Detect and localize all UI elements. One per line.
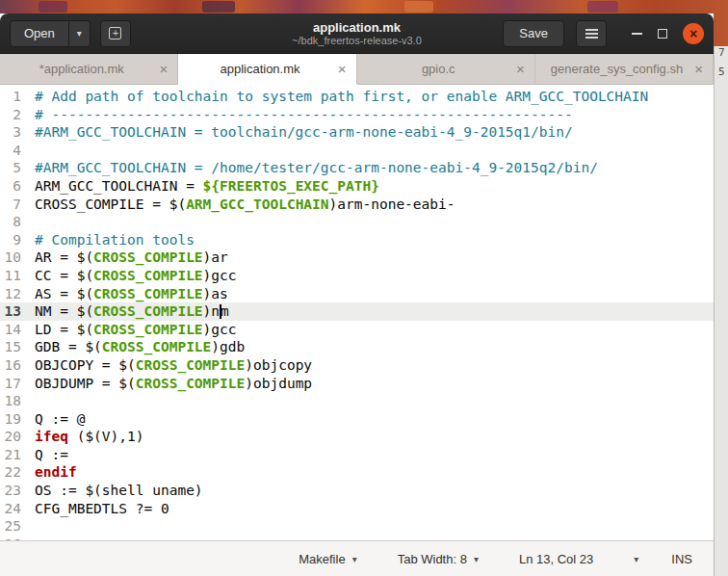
close-window-button[interactable]: ×	[683, 23, 704, 44]
desktop: 7 5 Open ▾ + application.mk ~/bdk_freert…	[0, 0, 728, 576]
code-line[interactable]: 19Q := @	[0, 410, 714, 429]
code-line[interactable]: 5#ARM_GCC_TOOLCHAIN = /home/tester/gcc-a…	[0, 159, 714, 177]
chevron-down-icon: ▾	[474, 554, 479, 564]
wallpaper-tile	[587, 1, 618, 13]
code-text: OS := $(shell uname)	[27, 482, 203, 500]
line-number: 24	[0, 500, 27, 518]
code-text: #ARM_GCC_TOOLCHAIN = toolchain/gcc-arm-n…	[27, 123, 573, 142]
goto-line-dropdown[interactable]: ▾	[634, 554, 638, 564]
code-text: AR = $(CROSS_COMPILE)ar	[27, 249, 228, 267]
code-text: # Compilation tools	[27, 231, 195, 249]
code-line[interactable]: 9# Compilation tools	[0, 231, 714, 249]
line-number: 18	[0, 392, 27, 410]
code-line[interactable]: 12AS = $(CROSS_COMPILE)as	[0, 285, 714, 303]
code-line[interactable]: 1# Add path of toolchain to system path …	[0, 88, 714, 106]
tab-generate-sys-config-sh[interactable]: generate_sys_config.sh ×	[535, 54, 714, 84]
code-line[interactable]: 22endif	[0, 463, 714, 482]
code-line[interactable]: 25	[0, 517, 714, 536]
line-number: 1	[0, 88, 27, 106]
line-number: 12	[0, 285, 27, 303]
line-number: 17	[0, 375, 27, 393]
code-line[interactable]: 14LD = $(CROSS_COMPILE)gcc	[0, 321, 714, 339]
line-number: 15	[0, 338, 27, 356]
new-document-button[interactable]: +	[100, 20, 131, 47]
wallpaper-tile	[202, 1, 235, 13]
line-number: 14	[0, 321, 27, 339]
minimize-button[interactable]	[632, 33, 642, 35]
close-tab-icon[interactable]: ×	[694, 62, 703, 76]
close-tab-icon[interactable]: ×	[159, 62, 168, 76]
tab-width-label: Tab Width: 8	[398, 552, 467, 566]
new-document-icon: +	[109, 27, 121, 39]
code-text: Q := @	[27, 410, 85, 429]
maximize-button[interactable]	[658, 29, 667, 39]
line-number: 21	[0, 446, 27, 464]
tab-width-selector[interactable]: Tab Width: 8 ▾	[398, 552, 479, 566]
code-line[interactable]: 24CFG_MBEDTLS ?= 0	[0, 500, 714, 518]
code-text: GDB = $(CROSS_COMPILE)gdb	[27, 338, 245, 356]
code-line[interactable]: 15GDB = $(CROSS_COMPILE)gdb	[0, 338, 714, 356]
code-line[interactable]: 6ARM_GCC_TOOLCHAIN = ${FREERTOS_EXEC_PAT…	[0, 177, 714, 196]
window-subtitle: ~/bdk_freertos-release-v3.0	[292, 35, 422, 47]
menu-button[interactable]	[576, 20, 607, 47]
open-split-button[interactable]: Open ▾	[10, 20, 91, 47]
headerbar[interactable]: Open ▾ + application.mk ~/bdk_freertos-r…	[0, 13, 714, 54]
line-number: 6	[0, 177, 27, 196]
gedit-window: Open ▾ + application.mk ~/bdk_freertos-r…	[0, 13, 714, 576]
text-editor-area[interactable]: 1# Add path of toolchain to system path …	[0, 85, 714, 540]
background-text: 7	[715, 46, 728, 59]
code-text: NM = $(CROSS_COMPILE)nm	[27, 302, 229, 321]
line-number: 25	[0, 517, 27, 536]
line-number: 2	[0, 106, 27, 124]
open-button[interactable]: Open	[11, 21, 68, 46]
code-line[interactable]: 7CROSS_COMPILE = $(ARM_GCC_TOOLCHAIN)arm…	[0, 196, 714, 214]
background-text: 5	[715, 65, 728, 78]
code-text: ifeq ($(V),1)	[27, 428, 144, 446]
code-text: endif	[27, 463, 77, 482]
language-label: Makefile	[299, 552, 345, 566]
hamburger-icon	[585, 33, 598, 35]
language-selector[interactable]: Makefile ▾	[299, 552, 356, 566]
code-line[interactable]: 16OBJCOPY = $(CROSS_COMPILE)objcopy	[0, 356, 714, 375]
editor-lines: 1# Add path of toolchain to system path …	[0, 88, 714, 540]
chevron-down-icon: ▾	[352, 554, 357, 564]
code-line[interactable]: 10AR = $(CROSS_COMPILE)ar	[0, 249, 714, 267]
line-number: 20	[0, 428, 27, 446]
status-bar: Makefile ▾ Tab Width: 8 ▾ Ln 13, Col 23 …	[0, 540, 714, 576]
window-controls: ×	[632, 23, 704, 44]
tab-label: application.mk	[188, 62, 331, 76]
code-text	[27, 517, 35, 536]
code-text: OBJCOPY = $(CROSS_COMPILE)objcopy	[27, 356, 312, 375]
code-text: LD = $(CROSS_COMPILE)gcc	[27, 321, 237, 339]
line-number: 22	[0, 463, 27, 482]
line-number: 19	[0, 410, 27, 429]
tab-gpio-c[interactable]: gpio.c ×	[357, 54, 535, 84]
code-line[interactable]: 17OBJDUMP = $(CROSS_COMPILE)objdump	[0, 375, 714, 393]
code-text: # Add path of toolchain to system path f…	[27, 88, 648, 106]
code-line[interactable]: 3#ARM_GCC_TOOLCHAIN = toolchain/gcc-arm-…	[0, 123, 714, 142]
code-line[interactable]: 8	[0, 213, 714, 231]
code-line[interactable]: 21Q :=	[0, 446, 714, 464]
code-line[interactable]: 20ifeq ($(V),1)	[0, 428, 714, 446]
code-line[interactable]: 13NM = $(CROSS_COMPILE)nm	[0, 302, 714, 321]
save-button[interactable]: Save	[503, 20, 564, 47]
line-number: 3	[0, 123, 27, 142]
tab-application-mk-modified[interactable]: *application.mk ×	[0, 54, 178, 84]
tab-label: *application.mk	[10, 62, 153, 76]
chevron-down-icon: ▾	[634, 554, 638, 564]
tab-application-mk[interactable]: application.mk ×	[178, 54, 356, 85]
close-tab-icon[interactable]: ×	[516, 62, 525, 76]
code-line[interactable]: 18	[0, 392, 714, 410]
background-window-edge: 7 5	[714, 46, 728, 576]
code-text: CFG_MBEDTLS ?= 0	[27, 500, 169, 518]
code-line[interactable]: 23OS := $(shell uname)	[0, 482, 714, 500]
code-line[interactable]: 11CC = $(CROSS_COMPILE)gcc	[0, 267, 714, 285]
cursor-position: Ln 13, Col 23	[519, 552, 593, 566]
close-tab-icon[interactable]: ×	[338, 62, 347, 76]
line-number: 11	[0, 267, 27, 285]
open-dropdown-button[interactable]: ▾	[68, 21, 90, 46]
code-text: # --------------------------------------…	[27, 106, 573, 124]
code-line[interactable]: 4	[0, 142, 714, 160]
line-number: 5	[0, 159, 27, 177]
code-line[interactable]: 2# -------------------------------------…	[0, 106, 714, 124]
